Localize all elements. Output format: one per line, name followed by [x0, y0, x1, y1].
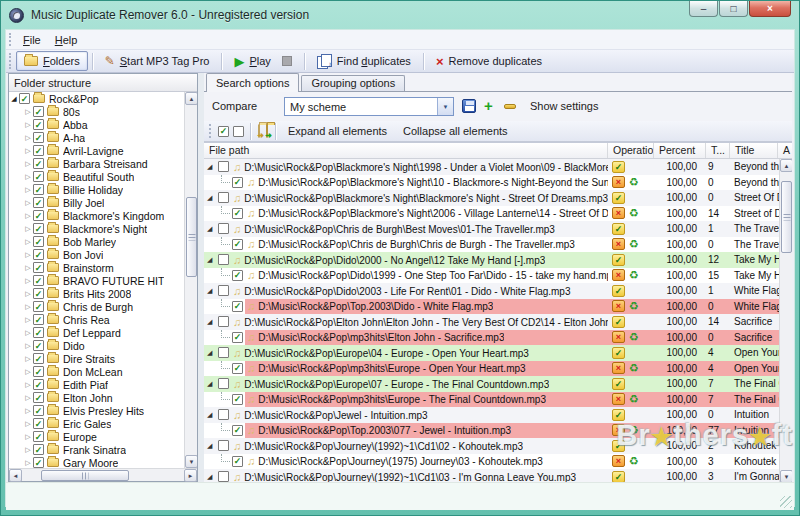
tree-scroll-up[interactable]: ▲: [185, 92, 197, 105]
tree-scroll-right[interactable]: ►: [184, 469, 197, 482]
table-vscrollbar[interactable]: ▲ ▼: [779, 159, 792, 483]
row-checkbox[interactable]: [218, 285, 229, 296]
tree-item[interactable]: ▷✓Eric Gales: [9, 417, 197, 430]
recycle-operation-icon[interactable]: ♻: [629, 270, 639, 281]
expander-closed-icon[interactable]: ▷: [23, 381, 33, 389]
tree-checkbox[interactable]: ✓: [33, 197, 44, 208]
tree-item[interactable]: ▷✓BRAVO FUTURE HIT: [9, 274, 197, 287]
expander-closed-icon[interactable]: ▷: [23, 173, 33, 181]
check-all-checkbox[interactable]: ✓: [218, 126, 229, 137]
tree-item[interactable]: ◢✓Rock&Pop: [9, 92, 197, 105]
row-checkbox[interactable]: [218, 471, 229, 482]
keep-operation-icon[interactable]: ✓: [612, 316, 625, 328]
menu-item-file[interactable]: File: [16, 32, 48, 48]
delete-operation-icon[interactable]: ×: [612, 300, 625, 312]
tree-item[interactable]: ▷✓Elvis Presley Hits: [9, 404, 197, 417]
tree-checkbox[interactable]: ✓: [33, 327, 44, 338]
open-folder-button[interactable]: ➜: [258, 125, 260, 137]
recycle-operation-icon[interactable]: ♻: [629, 456, 639, 467]
expander-closed-icon[interactable]: ▷: [23, 238, 33, 246]
find-duplicates-button[interactable]: ♪ Find duplicates: [309, 51, 419, 71]
tree-item[interactable]: ▷✓Bob Marley: [9, 235, 197, 248]
tree-item[interactable]: ▷✓Beautiful South: [9, 170, 197, 183]
delete-operation-icon[interactable]: ×: [612, 455, 625, 467]
tree-item[interactable]: ▷✓80s: [9, 105, 197, 118]
expander-closed-icon[interactable]: ▷: [23, 277, 33, 285]
tree-checkbox[interactable]: ✓: [33, 288, 44, 299]
keep-operation-icon[interactable]: ✓: [612, 471, 625, 483]
row-expander-icon[interactable]: ◢: [207, 318, 216, 326]
expander-closed-icon[interactable]: ▷: [23, 394, 33, 402]
explore-folder-button[interactable]: ➜: [266, 125, 268, 137]
tree-checkbox[interactable]: ✓: [33, 145, 44, 156]
keep-operation-icon[interactable]: ✓: [612, 409, 625, 421]
recycle-operation-icon[interactable]: ♻: [629, 301, 639, 312]
tree-hscroll-thumb[interactable]: [41, 470, 129, 481]
row-checkbox[interactable]: [218, 347, 229, 358]
delete-operation-icon[interactable]: ×: [612, 331, 625, 343]
table-row[interactable]: ✓♫D:\Music\Rock&Pop\Dido\1999 - One Step…: [204, 268, 792, 284]
tree-item[interactable]: ▷✓Don McLean: [9, 365, 197, 378]
remove-duplicates-button[interactable]: × Remove duplicates: [428, 51, 550, 71]
remove-scheme-button[interactable]: [504, 104, 516, 109]
tree-scroll-left[interactable]: ◄: [9, 469, 22, 482]
recycle-operation-icon[interactable]: ♻: [629, 363, 639, 374]
expander-closed-icon[interactable]: ▷: [23, 108, 33, 116]
row-expander-icon[interactable]: ◢: [207, 349, 216, 357]
expander-closed-icon[interactable]: ▷: [23, 121, 33, 129]
table-row[interactable]: ◢♫D:\Music\Rock&Pop\Elton John\Elton Joh…: [204, 314, 792, 330]
expander-closed-icon[interactable]: ▷: [23, 186, 33, 194]
show-settings-link[interactable]: Show settings: [530, 100, 598, 112]
tree-item[interactable]: ▷✓Gary Moore: [9, 456, 197, 468]
keep-operation-icon[interactable]: ✓: [612, 223, 625, 235]
tree-item[interactable]: ▷✓Blackmore's Night: [9, 222, 197, 235]
expander-closed-icon[interactable]: ▷: [23, 303, 33, 311]
delete-operation-icon[interactable]: ×: [612, 424, 625, 436]
table-row[interactable]: ◢♫D:\Music\Rock&Pop\Journey\(1992)~1\Cd1…: [204, 469, 792, 483]
row-expander-icon[interactable]: ◢: [207, 225, 216, 233]
tree-item[interactable]: ▷✓Avril-Lavigne: [9, 144, 197, 157]
tree-item[interactable]: ▷✓Barbara Streisand: [9, 157, 197, 170]
tree-checkbox[interactable]: ✓: [33, 405, 44, 416]
keep-operation-icon[interactable]: ✓: [612, 440, 625, 452]
expander-closed-icon[interactable]: ▷: [23, 147, 33, 155]
tree-checkbox[interactable]: ✓: [33, 418, 44, 429]
table-row[interactable]: ✓♫D:\Music\Rock&Pop\Blackmore's Night\10…: [204, 175, 792, 191]
expander-closed-icon[interactable]: ▷: [23, 446, 33, 454]
delete-operation-icon[interactable]: ×: [612, 269, 625, 281]
tree-item[interactable]: ▷✓Billy Joel: [9, 196, 197, 209]
row-expander-icon[interactable]: ◢: [207, 256, 216, 264]
table-row[interactable]: ◢♫D:\Music\Rock&Pop\Jewel - Intuition.mp…: [204, 407, 792, 423]
column-header-tracks[interactable]: T...: [706, 143, 730, 158]
keep-operation-icon[interactable]: ✓: [612, 161, 625, 173]
expander-closed-icon[interactable]: ▷: [23, 212, 33, 220]
delete-operation-icon[interactable]: ×: [612, 207, 625, 219]
tree-checkbox[interactable]: ✓: [33, 353, 44, 364]
save-scheme-button[interactable]: [462, 99, 476, 113]
start-mp3-tag-pro-button[interactable]: ✎ Start MP3 Tag Pro: [97, 51, 218, 71]
delete-operation-icon[interactable]: ×: [612, 238, 625, 250]
row-expander-icon[interactable]: ◢: [207, 287, 216, 295]
keep-operation-icon[interactable]: ✓: [612, 192, 625, 204]
expander-closed-icon[interactable]: ▷: [23, 459, 33, 467]
tree-checkbox[interactable]: ✓: [19, 93, 30, 104]
menu-item-help[interactable]: Help: [48, 32, 85, 48]
tree-checkbox[interactable]: ✓: [33, 431, 44, 442]
recycle-operation-icon[interactable]: ♻: [629, 425, 639, 436]
expander-closed-icon[interactable]: ▷: [23, 316, 33, 324]
expander-closed-icon[interactable]: ▷: [23, 368, 33, 376]
row-checkbox[interactable]: [218, 378, 229, 389]
tree-item[interactable]: ▷✓Dido: [9, 339, 197, 352]
row-checkbox[interactable]: ✓: [232, 208, 243, 219]
uncheck-all-checkbox[interactable]: [233, 126, 244, 137]
tree-scroll-down[interactable]: ▼: [185, 455, 197, 468]
recycle-operation-icon[interactable]: ♻: [629, 394, 639, 405]
column-header-artist-partial[interactable]: A: [778, 143, 792, 158]
table-row[interactable]: ◢♫D:\Music\Rock&Pop\Journey\(1992)~1\Cd1…: [204, 438, 792, 454]
tree-item[interactable]: ▷✓Europe: [9, 430, 197, 443]
tree-item[interactable]: ▷✓Def Leppard: [9, 326, 197, 339]
table-row[interactable]: ✓♫D:\Music\Rock&Pop\mp3hits\Europe - Ope…: [204, 361, 792, 377]
tree-checkbox[interactable]: ✓: [33, 119, 44, 130]
table-row[interactable]: ✓♫D:\Music\Rock&Pop\mp3hits\Europe - The…: [204, 392, 792, 408]
tree-item[interactable]: ▷✓Billie Holiday: [9, 183, 197, 196]
